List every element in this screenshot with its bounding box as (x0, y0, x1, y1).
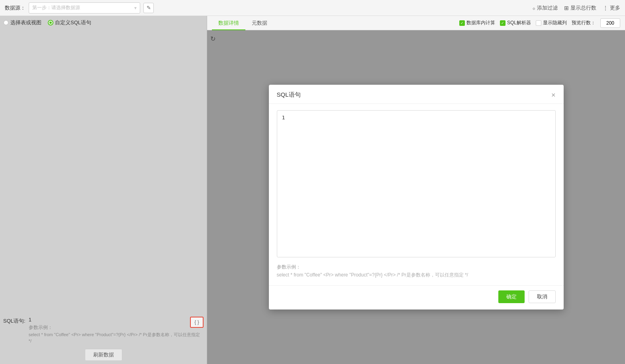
db-compute-check-icon: ✓ (459, 20, 465, 26)
tab-bar: 数据详情 元数据 (212, 16, 274, 30)
radio-circle-table (3, 20, 9, 25)
more-icon: ⋮ (603, 5, 608, 11)
sql-parser-label: SQL解析器 (507, 19, 531, 26)
radio-label-table: 选择表或视图 (10, 19, 41, 26)
modal-overlay: SQL语句 × 1 参数示例： select * from "Coffee" <… (207, 30, 625, 364)
modal-close-button[interactable]: × (551, 91, 556, 99)
db-compute-label: 数据库内计算 (466, 19, 495, 26)
show-hidden-label: 显示隐藏列 (543, 19, 567, 26)
sql-label: SQL语句: (3, 317, 25, 325)
table-icon: ⊞ (564, 5, 569, 11)
radio-option-table[interactable]: 选择表或视图 (3, 19, 41, 26)
modal-hint-label: 参数示例： (277, 264, 301, 270)
cancel-button[interactable]: 取消 (529, 290, 556, 303)
db-compute-checkbox[interactable]: ✓ 数据库内计算 (459, 19, 495, 26)
sql-modal: SQL语句 × 1 参数示例： select * from "Coffee" <… (269, 85, 564, 309)
sql-hint-label: 参数示例： (29, 324, 204, 331)
radio-option-sql[interactable]: 自定义SQL语句 (48, 19, 91, 26)
sql-value: 1 (29, 317, 204, 323)
show-hidden-check-icon (536, 20, 541, 26)
sql-row: SQL语句: 1 参数示例： select * from "Coffee" <P… (3, 315, 204, 346)
datasource-label: 数据源： (5, 4, 25, 12)
show-total-button[interactable]: ⊞ 显示总行数 (564, 4, 596, 12)
more-label: 更多 (610, 4, 620, 12)
refresh-btn-row: 刷新数据 (3, 349, 204, 361)
braces-icon: { } (194, 319, 199, 325)
tab-data-detail[interactable]: 数据详情 (212, 16, 245, 30)
right-panel: 数据详情 元数据 ✓ 数据库内计算 ✓ SQL解析器 (207, 16, 625, 364)
right-top-bar: 数据详情 元数据 ✓ 数据库内计算 ✓ SQL解析器 (207, 16, 625, 30)
left-panel: 选择表或视图 自定义SQL语句 SQL语句: 1 参数示例： select * … (0, 16, 207, 364)
braces-button[interactable]: { } (190, 317, 204, 328)
add-filter-label: 添加过滤 (537, 4, 558, 12)
right-toolbar: ✓ 数据库内计算 ✓ SQL解析器 显示隐藏列 预览行数： (459, 18, 620, 28)
modal-hint-example: select * from "Coffee" <Pr> where "Produ… (277, 272, 468, 278)
sql-parser-check-icon: ✓ (500, 20, 505, 26)
modal-body: 1 参数示例： select * from "Coffee" <Pr> wher… (269, 104, 564, 285)
right-content: ↻ SQL语句 × 1 参数示例： select * from "Coffee"… (207, 30, 625, 364)
modal-footer: 确定 取消 (269, 285, 564, 309)
sql-hint-example: select * from "Coffee" <Pr> where "Produ… (29, 332, 204, 344)
modal-param-hint: 参数示例： select * from "Coffee" <Pr> where … (277, 263, 556, 278)
header-right-actions: ⬦ 添加过滤 ⊞ 显示总行数 ⋮ 更多 (532, 4, 620, 12)
sql-value-area: 1 参数示例： select * from "Coffee" <Pr> wher… (29, 317, 204, 344)
select-chevron-icon: ▾ (134, 5, 137, 11)
confirm-button[interactable]: 确定 (498, 290, 525, 303)
preview-count-input[interactable] (600, 18, 620, 28)
show-hidden-checkbox[interactable]: 显示隐藏列 (536, 19, 567, 26)
radio-group: 选择表或视图 自定义SQL语句 (3, 19, 204, 26)
datasource-placeholder: 第一步：请选择数据源 (32, 4, 80, 11)
preview-count-label: 预览行数： (572, 19, 596, 26)
main-layout: 选择表或视图 自定义SQL语句 SQL语句: 1 参数示例： select * … (0, 16, 625, 364)
add-filter-button[interactable]: ⬦ 添加过滤 (532, 4, 558, 12)
top-bar: 数据源： 第一步：请选择数据源 ▾ ✎ ⬦ 添加过滤 ⊞ 显示总行数 ⋮ 更多 (0, 0, 625, 16)
edit-icon: ✎ (147, 5, 151, 11)
refresh-data-button[interactable]: 刷新数据 (85, 349, 122, 361)
radio-label-sql: 自定义SQL语句 (55, 19, 91, 26)
tab-metadata[interactable]: 元数据 (245, 16, 274, 30)
sql-parser-checkbox[interactable]: ✓ SQL解析器 (500, 19, 531, 26)
show-total-label: 显示总行数 (570, 4, 596, 12)
more-button[interactable]: ⋮ 更多 (603, 4, 620, 12)
filter-icon: ⬦ (532, 5, 535, 11)
datasource-select[interactable]: 第一步：请选择数据源 ▾ (29, 2, 140, 14)
radio-circle-sql (48, 20, 53, 25)
modal-title: SQL语句 (277, 91, 301, 99)
edit-datasource-button[interactable]: ✎ (143, 3, 154, 13)
left-content-area (3, 29, 204, 313)
sql-editor-textarea[interactable]: 1 (277, 110, 556, 257)
modal-header: SQL语句 × (269, 85, 564, 104)
